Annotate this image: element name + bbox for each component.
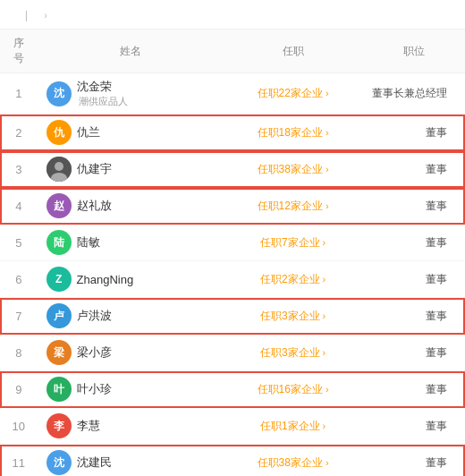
name-cell[interactable]: 李李慧 <box>38 408 224 445</box>
company-arrow-icon: › <box>320 237 326 248</box>
company-link[interactable]: 任职3家企业 › <box>260 310 326 322</box>
chevron-right-icon: › <box>44 10 47 21</box>
col-num: 序号 <box>0 30 38 73</box>
company-cell[interactable]: 任职2家企业 › <box>224 261 363 298</box>
name-cell[interactable]: 沈沈建民 <box>38 445 224 477</box>
row-num: 5 <box>0 225 38 261</box>
company-cell[interactable]: 任职3家企业 › <box>224 298 363 335</box>
person-name: ZhangNing <box>77 273 134 286</box>
table-row[interactable]: 2仇仇兰任职18家企业 ›董事 <box>0 115 465 151</box>
company-cell[interactable]: 任职18家企业 › <box>224 115 363 151</box>
position-cell: 董事 <box>363 298 465 335</box>
row-num: 4 <box>0 188 38 225</box>
company-link[interactable]: 任职16家企业 › <box>258 383 329 395</box>
person-name: 梁小彦 <box>77 345 112 359</box>
col-company: 任职 <box>224 30 363 73</box>
position-cell: 董事 <box>363 335 465 371</box>
company-cell[interactable]: 任职12家企业 › <box>224 188 363 225</box>
table-row[interactable]: 7卢卢洪波任职3家企业 ›董事 <box>0 298 465 335</box>
row-num: 1 <box>0 73 38 115</box>
position-cell: 董事 <box>363 371 465 408</box>
company-cell[interactable]: 任职3家企业 › <box>224 335 363 371</box>
name-cell[interactable]: 叶叶小珍 <box>38 371 224 408</box>
row-num: 9 <box>0 371 38 408</box>
avatar: 梁 <box>46 340 72 365</box>
name-cell[interactable]: 卢卢洪波 <box>38 298 224 335</box>
person-name: 赵礼放 <box>77 199 112 212</box>
company-arrow-icon: › <box>323 200 329 211</box>
col-position: 职位 <box>363 30 465 73</box>
position-cell: 董事 <box>363 445 465 477</box>
table-row[interactable]: 11沈沈建民任职38家企业 ›董事 <box>0 445 465 477</box>
company-link[interactable]: 任职18家企业 › <box>258 126 329 139</box>
row-num: 10 <box>0 408 38 445</box>
row-num: 11 <box>0 445 38 477</box>
company-link[interactable]: 任职38家企业 › <box>258 456 329 469</box>
company-arrow-icon: › <box>323 384 329 395</box>
company-arrow-icon: › <box>320 274 326 285</box>
svg-point-1 <box>55 162 63 171</box>
name-cell[interactable]: 仇建宇 <box>38 151 224 188</box>
name-cell[interactable]: 仇仇兰 <box>38 115 224 151</box>
company-link[interactable]: 任职3家企业 › <box>260 346 326 359</box>
table-row[interactable]: 8梁梁小彦任职3家企业 ›董事 <box>0 335 465 371</box>
row-num: 2 <box>0 115 38 151</box>
avatar: 李 <box>46 413 72 438</box>
position-cell: 董事 <box>363 115 465 151</box>
position-cell: 董事 <box>363 225 465 261</box>
company-cell[interactable]: 任职38家企业 › <box>224 445 363 477</box>
person-name: 卢洪波 <box>77 309 112 322</box>
avatar: 沈 <box>46 81 72 106</box>
avatar: 叶 <box>46 377 72 402</box>
name-cell[interactable]: 陆陆敏 <box>38 225 224 261</box>
person-name: 沈金荣 <box>77 80 112 93</box>
company-arrow-icon: › <box>323 127 329 138</box>
company-arrow-icon: › <box>320 347 326 358</box>
company-cell[interactable]: 任职22家企业 › <box>224 73 363 115</box>
person-subtitle: 潮供应品人 <box>79 95 128 108</box>
company-cell[interactable]: 任职38家企业 › <box>224 151 363 188</box>
company-arrow-icon: › <box>323 164 329 174</box>
avatar: 沈 <box>46 450 72 475</box>
separator: | <box>25 9 28 21</box>
person-name: 叶小珍 <box>77 382 112 395</box>
person-name: 仇兰 <box>77 125 100 139</box>
name-cell[interactable]: 梁梁小彦 <box>38 335 224 371</box>
table-row[interactable]: 3 仇建宇任职38家企业 ›董事 <box>0 151 465 188</box>
table-row[interactable]: 5陆陆敏任职7家企业 ›董事 <box>0 225 465 261</box>
avatar: 赵 <box>46 193 72 218</box>
company-arrow-icon: › <box>323 457 329 468</box>
row-num: 3 <box>0 151 38 188</box>
person-name: 仇建宇 <box>77 162 112 175</box>
persons-table: 序号 姓名 任职 职位 1沈沈金荣潮供应品人任职22家企业 ›董事长兼总经理2仇… <box>0 30 465 476</box>
row-num: 8 <box>0 335 38 371</box>
company-cell[interactable]: 任职1家企业 › <box>224 408 363 445</box>
name-cell[interactable]: ZZhangNing <box>38 261 224 298</box>
table-row[interactable]: 10李李慧任职1家企业 ›董事 <box>0 408 465 445</box>
table-row[interactable]: 4赵赵礼放任职12家企业 ›董事 <box>0 188 465 225</box>
row-num: 6 <box>0 261 38 298</box>
company-arrow-icon: › <box>323 88 329 98</box>
position-cell: 董事长兼总经理 <box>363 73 465 115</box>
table-row[interactable]: 9叶叶小珍任职16家企业 ›董事 <box>0 371 465 408</box>
table-row[interactable]: 1沈沈金荣潮供应品人任职22家企业 ›董事长兼总经理 <box>0 73 465 115</box>
company-link[interactable]: 任职22家企业 › <box>258 87 329 99</box>
company-link[interactable]: 任职7家企业 › <box>260 236 326 249</box>
avatar: 卢 <box>46 303 72 328</box>
company-link[interactable]: 任职12家企业 › <box>258 200 329 212</box>
company-cell[interactable]: 任职16家企业 › <box>224 371 363 408</box>
avatar: Z <box>46 267 72 292</box>
name-cell[interactable]: 沈沈金荣潮供应品人 <box>38 73 224 115</box>
person-name: 沈建民 <box>77 455 112 469</box>
company-link[interactable]: 任职1家企业 › <box>260 420 326 432</box>
company-cell[interactable]: 任职7家企业 › <box>224 225 363 261</box>
company-link[interactable]: 任职38家企业 › <box>258 163 329 175</box>
company-link[interactable]: 任职2家企业 › <box>260 273 326 285</box>
avatar: 仇 <box>46 120 72 145</box>
table-row[interactable]: 6ZZhangNing任职2家企业 ›董事 <box>0 261 465 298</box>
person-name: 陆敏 <box>77 235 100 249</box>
header: | › <box>0 0 465 30</box>
name-cell[interactable]: 赵赵礼放 <box>38 188 224 225</box>
position-cell: 董事 <box>363 151 465 188</box>
col-name: 姓名 <box>38 30 224 73</box>
